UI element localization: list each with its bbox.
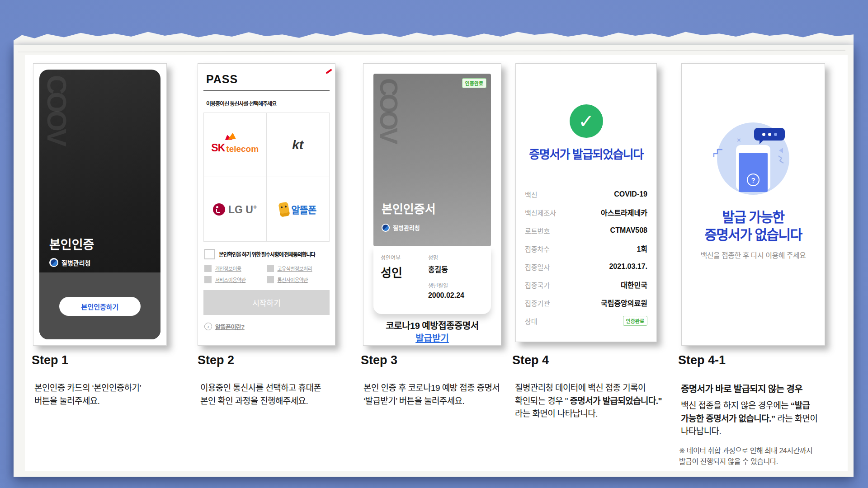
- term-item: 고유식별정보처리: [267, 265, 329, 272]
- mvno-link-label: 알뜰폰이란?: [215, 322, 245, 331]
- adult-label: 성인여부: [381, 253, 428, 261]
- step2-description: 이용중인 통신사를 선택하고 휴대폰 본인 확인 과정을 진행해주세요.: [198, 382, 351, 408]
- carrier-mvno[interactable]: 알뜰폰: [267, 177, 330, 241]
- term-item: 개인정보이용: [204, 265, 267, 272]
- step2-label: Step 2: [198, 353, 351, 367]
- step4-1-heading: 증명서가 바로 발급되지 않는 경우: [678, 382, 859, 395]
- x-decoration-icon: ×: [737, 136, 741, 144]
- step2-caption: Step 2 이용중인 통신사를 선택하고 휴대폰 본인 확인 과정을 진행해주…: [198, 353, 351, 408]
- carrier-sk-telecom[interactable]: SK telecom: [204, 113, 267, 177]
- issue-link-row: 발급받기: [369, 331, 495, 344]
- detail-row: 백신제조사 아스트라제네카: [525, 203, 647, 221]
- coov-watermark: COOV: [374, 78, 404, 142]
- birth-label: 생년월일: [428, 282, 484, 289]
- step4-1-label: Step 4-1: [678, 353, 859, 367]
- agency-row: 질병관리청: [49, 258, 90, 267]
- agency-row: 질병관리청: [382, 223, 420, 232]
- detail-row: 접종차수 1회: [525, 239, 647, 258]
- torn-paper-edge: [14, 25, 854, 47]
- step4-description: 질병관리청 데이터에 백신 접종 기록이 확인되는 경우 " 증명서가 발급되었…: [512, 382, 674, 421]
- vaccine-detail-list: 백신 COVID-19 백신제조사 아스트라제네카 로트번호 CTMAV508 …: [525, 185, 647, 330]
- term-checkbox[interactable]: [204, 265, 212, 272]
- empty-state-illustration: × ?: [717, 122, 789, 195]
- auth-card-title: 본인인증: [49, 235, 94, 253]
- agency-name: 질병관리청: [61, 258, 90, 267]
- name-label: 성명: [428, 253, 484, 261]
- verify-identity-button[interactable]: 본인인증하기: [59, 297, 141, 316]
- status-verified-badge: 인증완료: [623, 316, 647, 326]
- start-button[interactable]: 시작하기: [203, 290, 330, 315]
- screenshot-step2-pass: PASS 이용중이신 통신사를 선택해주세요 SK telecom kt: [198, 63, 335, 346]
- agree-all-label: 본인확인을 하기 위한 필수사항에 전체동의합니다: [219, 250, 315, 258]
- agree-all-checkbox[interactable]: [204, 249, 215, 259]
- no-cert-title: 발급 가능한 증명서가 없습니다: [688, 208, 819, 244]
- step3-label: Step 3: [361, 353, 519, 367]
- identity-cert-card: COOV 인증완료 본인인증서 질병관리청: [373, 74, 491, 246]
- term-label[interactable]: 고유식별정보처리: [278, 265, 312, 272]
- step4-label: Step 4: [512, 353, 674, 367]
- detail-row: 로트번호 CTMAV508: [525, 221, 647, 239]
- term-label[interactable]: 통신사이용약관: [278, 276, 308, 283]
- sk-butterfly-icon: [225, 133, 236, 144]
- step3-caption: Step 3 본인 인증 후 코로나19 예방 접종 증명서 ‘발급받기’ 버튼…: [361, 353, 519, 408]
- success-check-icon: ✓: [570, 104, 603, 138]
- agency-name: 질병관리청: [393, 223, 420, 232]
- pass-screen: PASS 이용중이신 통신사를 선택해주세요 SK telecom kt: [203, 69, 330, 340]
- covid-cert-title: 코로나19 예방접종증명서: [369, 319, 495, 332]
- term-label[interactable]: 개인정보이용: [215, 265, 241, 272]
- phone-illustration: ?: [736, 145, 770, 190]
- triangle-decoration-icon: [776, 148, 783, 153]
- coov-watermark: COOV: [41, 75, 72, 144]
- term-item: 통신사이용약관: [267, 276, 329, 283]
- no-cert-screen: × ? 발급 가능한 증명서가 없습니다: [688, 70, 819, 339]
- name-value: 홍길동: [428, 263, 484, 274]
- kt-spark-icon: [326, 69, 332, 74]
- kdca-logo-icon: [49, 258, 58, 267]
- detail-row: 접종일자 2021.03.17.: [525, 258, 647, 276]
- coov-auth-screen: COOV 본인인증 질병관리청 본인인증하기: [39, 70, 160, 339]
- screenshot-step3-certificate: COOV 인증완료 본인인증서 질병관리청 성인여부 성인 성명 홍길동 생년월…: [363, 63, 501, 346]
- verified-badge: 인증완료: [462, 78, 486, 88]
- term-checkbox[interactable]: [267, 276, 274, 283]
- pass-title: PASS: [206, 73, 327, 86]
- question-mark-icon: ?: [747, 174, 760, 186]
- term-label[interactable]: 서비스이용약관: [215, 276, 245, 283]
- step3-description: 본인 인증 후 코로나19 예방 접종 증명서 ‘발급받기’ 버튼을 눌러주세요…: [361, 382, 519, 408]
- terms-grid: 개인정보이용 고유식별정보처리 서비스이용약관 통신사이용약관: [204, 265, 329, 283]
- chevron-circle-icon: ›: [204, 323, 212, 330]
- carrier-lg-uplus[interactable]: LG U+: [204, 177, 267, 241]
- cert-title: 본인인증서: [382, 200, 436, 216]
- sk-telecom-text: telecom: [226, 144, 259, 154]
- issue-cert-link[interactable]: 발급받기: [415, 333, 449, 343]
- guide-page: COOV 본인인증 질병관리청 본인인증하기 PASS 이용중이신 통신사를 선…: [0, 0, 868, 488]
- carrier-kt[interactable]: kt: [267, 113, 330, 177]
- zigzag-left-icon: [713, 147, 727, 161]
- step4-1-note: ※ 데이터 취합 과정으로 인해 최대 24시간까지 발급이 진행되지 않을 수…: [678, 446, 859, 467]
- screenshot-step4-issued: ✓ 증명서가 발급되었습니다 백신 COVID-19 백신제조사 아스트라제네카…: [515, 63, 657, 342]
- detail-row: 백신 COVID-19: [525, 185, 647, 203]
- detail-row: 접종국가 대한민국: [525, 276, 647, 294]
- no-cert-subtitle: 백신을 접종한 후 다시 이용해 주세요: [688, 249, 819, 260]
- carrier-grid: SK telecom kt LG U+: [203, 113, 330, 242]
- mvno-text: 알뜰폰: [291, 202, 316, 216]
- screenshot-step1-auth-card: COOV 본인인증 질병관리청 본인인증하기: [33, 63, 167, 346]
- step4-caption: Step 4 질병관리청 데이터에 백신 접종 기록이 확인되는 경우 " 증명…: [512, 353, 674, 421]
- step4-1-caption: Step 4-1 증명서가 바로 발급되지 않는 경우 백신 접종을 하지 않은…: [678, 353, 859, 467]
- squiggle-right-icon: [778, 155, 788, 166]
- divider: [203, 90, 330, 91]
- step1-caption: Step 1 본인인증 카드의 ‘본인인증하기’ 버튼을 눌러주세요.: [32, 353, 185, 408]
- detail-row: 접종기관 국립중앙의료원: [525, 294, 647, 312]
- identity-cert-screen: COOV 인증완료 본인인증서 질병관리청 성인여부 성인 성명 홍길동 생년월…: [369, 69, 495, 340]
- mvno-mascot-icon: [278, 202, 290, 217]
- step4-1-description: 백신 접종을 하지 않은 경우에는 “발급 가능한 증명서가 없습니다.” 라는…: [678, 399, 859, 438]
- term-checkbox[interactable]: [267, 265, 274, 272]
- screenshot-step4-1-none: × ? 발급 가능한 증명서가 없습니다: [681, 63, 825, 346]
- term-checkbox[interactable]: [204, 276, 212, 283]
- mvno-info-link[interactable]: › 알뜰폰이란?: [204, 322, 330, 331]
- birth-value: 2000.02.24: [428, 291, 484, 300]
- kdca-logo-icon: [382, 224, 390, 232]
- step1-label: Step 1: [32, 353, 185, 367]
- step1-description: 본인인증 카드의 ‘본인인증하기’ 버튼을 눌러주세요.: [32, 382, 185, 408]
- cert-issued-screen: ✓ 증명서가 발급되었습니다 백신 COVID-19 백신제조사 아스트라제네카…: [521, 69, 651, 336]
- issued-title: 증명서가 발급되었습니다: [521, 145, 651, 162]
